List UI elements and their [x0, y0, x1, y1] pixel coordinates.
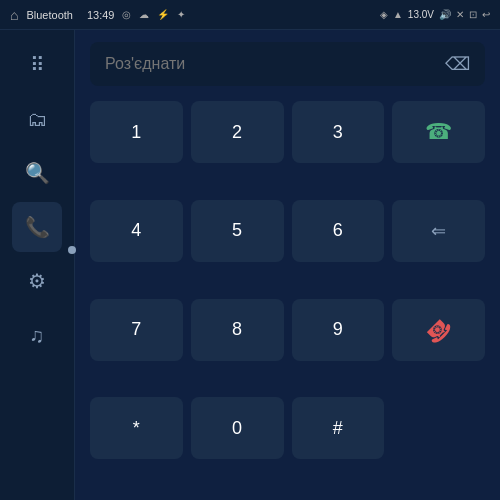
- search-icon: 🔍: [25, 161, 50, 185]
- dial-btn-7[interactable]: 7: [90, 299, 183, 361]
- signal-icon: ◈: [380, 9, 388, 20]
- bluetooth-status-icon: ✦: [177, 9, 185, 20]
- status-icon-3: ⚡: [157, 9, 169, 20]
- dial-btn-3[interactable]: 3: [292, 101, 385, 163]
- content-area: ⌫ 1 2 3 ☎ 4 5 6: [75, 30, 500, 500]
- dial-btn-5[interactable]: 5: [191, 200, 284, 262]
- scroll-indicator: [68, 246, 76, 254]
- wifi-icon: ▲: [393, 9, 403, 20]
- sidebar-item-phone[interactable]: 📞: [12, 202, 62, 252]
- dial-grid: 1 2 3 ☎ 4 5 6 ⇐ 7: [90, 101, 485, 488]
- apps-icon: ⠿: [30, 53, 45, 77]
- dial-btn-backspace[interactable]: ⇐: [392, 200, 485, 262]
- phone-input[interactable]: [105, 55, 445, 73]
- status-icon-1: ◎: [122, 9, 131, 20]
- sidebar-item-search[interactable]: 🔍: [12, 148, 62, 198]
- music-icon: ♫: [30, 324, 45, 347]
- status-bar: ⌂ Bluetooth 13:49 ◎ ☁ ⚡ ✦ ◈ ▲ 13.0V 🔊 ✕ …: [0, 0, 500, 30]
- dial-btn-4[interactable]: 4: [90, 200, 183, 262]
- sidebar-item-apps[interactable]: ⠿: [12, 40, 62, 90]
- status-icon-2: ☁: [139, 9, 149, 20]
- dial-btn-6[interactable]: 6: [292, 200, 385, 262]
- dial-btn-end[interactable]: ☎: [392, 299, 485, 361]
- main-layout: ⠿ 🗂 🔍 📞 ⚙ ♫ ⌫ 1 2: [0, 30, 500, 500]
- dial-btn-hash[interactable]: #: [292, 397, 385, 459]
- input-row: ⌫: [90, 42, 485, 86]
- dial-btn-call[interactable]: ☎: [392, 101, 485, 163]
- dial-btn-9[interactable]: 9: [292, 299, 385, 361]
- dial-btn-1[interactable]: 1: [90, 101, 183, 163]
- sidebar-item-music[interactable]: ♫: [12, 310, 62, 360]
- dial-btn-star[interactable]: *: [90, 397, 183, 459]
- dial-btn-2[interactable]: 2: [191, 101, 284, 163]
- end-call-icon: ☎: [420, 311, 457, 348]
- bluetooth-label: Bluetooth: [26, 9, 72, 21]
- dial-btn-8[interactable]: 8: [191, 299, 284, 361]
- speaker-icon[interactable]: 🔊: [439, 9, 451, 20]
- call-icon: ☎: [425, 119, 452, 145]
- backspace-icon: ⇐: [431, 220, 446, 242]
- time-label: 13:49: [87, 9, 115, 21]
- voltage-label: 13.0V: [408, 9, 434, 20]
- close-icon[interactable]: ✕: [456, 9, 464, 20]
- settings-icon: ⚙: [28, 269, 46, 293]
- back-icon[interactable]: ↩: [482, 9, 490, 20]
- status-bar-left: ⌂ Bluetooth 13:49 ◎ ☁ ⚡ ✦: [10, 7, 185, 23]
- phone-icon: 📞: [25, 215, 50, 239]
- dial-btn-0[interactable]: 0: [191, 397, 284, 459]
- backspace-btn[interactable]: ⌫: [445, 53, 470, 75]
- sidebar-item-contacts[interactable]: 🗂: [12, 94, 62, 144]
- home-icon[interactable]: ⌂: [10, 7, 18, 23]
- status-bar-right: ◈ ▲ 13.0V 🔊 ✕ ⊡ ↩: [380, 9, 490, 20]
- window-icon[interactable]: ⊡: [469, 9, 477, 20]
- sidebar: ⠿ 🗂 🔍 📞 ⚙ ♫: [0, 30, 75, 500]
- dial-btn-empty: [392, 397, 485, 459]
- contacts-icon: 🗂: [27, 108, 47, 131]
- sidebar-item-settings[interactable]: ⚙: [12, 256, 62, 306]
